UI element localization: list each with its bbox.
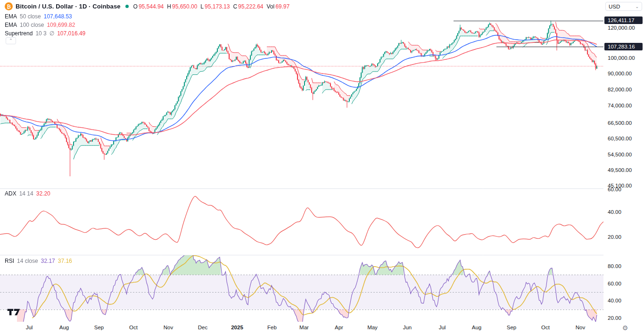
legend-adx-params: 14 14: [19, 190, 33, 197]
symbol-header: ₿ Bitcoin / U.S. Dollar · 1D · Coinbase …: [5, 2, 289, 10]
ohlc-value: 95,222.64: [238, 3, 263, 10]
price-axis[interactable]: USD ⌄ 120,000.00100,000.0090,000.0082,00…: [603, 0, 644, 322]
time-axis-label: Mar: [299, 325, 309, 330]
price-level-badge: 126,411.17: [604, 16, 643, 24]
time-axis-label: 2025: [231, 325, 243, 330]
time-axis-label: Jun: [403, 325, 412, 330]
tradingview-logo[interactable]: [7, 308, 21, 318]
time-axis[interactable]: ⚙ JulAugSepOctNovDec2025FebMarAprMayJunJ…: [0, 322, 644, 334]
time-axis-label: Feb: [267, 325, 277, 330]
legend-rsi-name: RSI: [5, 258, 14, 264]
time-axis-label: Nov: [576, 325, 585, 330]
time-axis-label: Jul: [26, 325, 33, 330]
ohlc-label: L: [200, 3, 204, 10]
price-axis-label: 90,000.00: [608, 71, 632, 76]
ohlc-values: O95,544.94H95,650.00L95,173.13C95,222.64…: [133, 3, 290, 10]
legend-ema100-name: EMA: [5, 22, 17, 28]
legend-rsi[interactable]: RSI 14 close 32.17 37.16: [5, 258, 72, 264]
legend-ema100[interactable]: EMA 100 close 109,699.82: [5, 22, 75, 28]
legend-adx[interactable]: ADX 14 14 32.20: [5, 190, 50, 197]
time-axis-label: Nov: [164, 325, 173, 330]
price-axis-label: 66,500.00: [608, 120, 632, 126]
price-axis-label: 60.00: [608, 281, 621, 286]
price-axis-label: 54,500.00: [608, 152, 632, 157]
price-axis-label: 60,500.00: [608, 136, 632, 141]
legend-ema100-params: 100 close: [20, 22, 44, 28]
ohlc-label: H: [167, 3, 171, 10]
time-axis-label: Sep: [507, 325, 516, 330]
chart-canvas[interactable]: [0, 0, 644, 334]
bitcoin-icon: ₿: [5, 2, 13, 10]
symbol-title[interactable]: Bitcoin / U.S. Dollar · 1D · Coinbase: [16, 3, 121, 10]
tradingview-chart-window: ₿ Bitcoin / U.S. Dollar · 1D · Coinbase …: [0, 0, 644, 334]
price-axis-label: 74,000.00: [608, 103, 632, 108]
collapse-legend-button[interactable]: ⌃: [6, 37, 16, 44]
legend-supertrend-name: Supertrend: [5, 30, 33, 37]
price-axis-label: 49,500.00: [608, 167, 632, 173]
time-axis-label: Sep: [94, 325, 104, 330]
time-axis-label: Aug: [472, 325, 481, 330]
legend-ema50-params: 50 close: [20, 13, 41, 20]
legend-adx-name: ADX: [5, 190, 17, 197]
time-axis-label: Aug: [59, 325, 69, 330]
legend-rsi-value: 32.17: [41, 258, 55, 264]
legend-supertrend-value: 107,016.49: [57, 30, 85, 37]
legend-supertrend-params: 10 3: [35, 30, 46, 37]
gear-icon[interactable]: ⚙: [620, 323, 630, 333]
legend-rsi-params: 14 close: [17, 258, 38, 264]
market-status-icon: [125, 5, 129, 8]
price-axis-label: 120,000.00: [608, 25, 635, 31]
ohlc-value: 95,544.94: [139, 3, 164, 10]
legend-supertrend-prefix: ∅: [50, 30, 54, 37]
ohlc-label: C: [233, 3, 237, 10]
price-axis-label: 82,000.00: [608, 87, 632, 92]
legend-ema50[interactable]: EMA 50 close 107,648.53: [5, 13, 72, 20]
time-axis-label: May: [367, 325, 378, 330]
legend-adx-value: 32.20: [36, 190, 50, 197]
price-level-badge: 107,283.16: [604, 43, 643, 50]
legend-ema100-value: 109,699.82: [47, 22, 75, 28]
time-axis-label: Oct: [541, 325, 550, 330]
chevron-down-icon: ⌄: [635, 4, 639, 9]
currency-label: USD: [609, 4, 620, 9]
legend-supertrend[interactable]: Supertrend 10 3 ∅ 107,016.49: [5, 30, 85, 37]
ohlc-value: 95,650.00: [172, 3, 197, 10]
time-axis-label: Oct: [129, 325, 138, 330]
price-axis-label: 60.00: [608, 187, 621, 192]
ohlc-value: 69.97: [275, 3, 289, 10]
time-axis-label: Dec: [198, 325, 207, 330]
price-axis-label: 40.00: [608, 298, 621, 303]
price-axis-label: 40.00: [608, 209, 621, 215]
price-axis-label: 100,000.00: [608, 55, 635, 61]
time-axis-label: Apr: [335, 325, 343, 330]
legend-ema50-value: 107,648.53: [44, 13, 72, 20]
time-axis-label: Jul: [439, 325, 446, 330]
legend-ema50-name: EMA: [5, 13, 17, 20]
ohlc-value: 95,173.13: [205, 3, 230, 10]
ohlc-label: O: [133, 3, 138, 10]
legend-rsi-ma-value: 37.16: [58, 258, 72, 264]
price-axis-label: 80.00: [608, 263, 621, 269]
price-axis-label: 20.00: [608, 315, 621, 321]
currency-dropdown[interactable]: USD ⌄: [605, 2, 642, 11]
ohlc-label: Vol: [267, 3, 275, 10]
price-axis-label: 20.00: [608, 234, 621, 240]
